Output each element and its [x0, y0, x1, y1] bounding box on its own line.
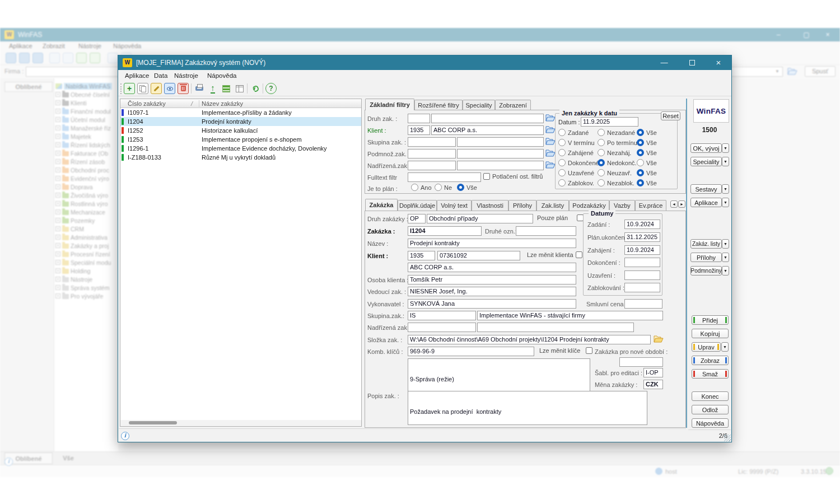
aplikace-button[interactable]: Aplikace [690, 198, 722, 207]
popis-zak-textarea[interactable]: Požadavek na prodejní kontrakty - zadání… [408, 391, 647, 425]
konec-button[interactable]: Konec [692, 391, 729, 401]
reset-button[interactable]: Reset [661, 111, 680, 120]
sabl-editaci-input[interactable]: I-OP [643, 368, 663, 377]
radio-uzavrene-vse[interactable]: Vše [637, 169, 657, 176]
ok-vyvoj-dropdown-icon[interactable]: ▼ [722, 143, 729, 153]
dokonceni-input[interactable] [624, 258, 660, 267]
radio-icon-selected[interactable] [637, 139, 644, 146]
tab-prilohy[interactable]: Přílohy [508, 200, 536, 211]
vedouci-input[interactable]: NIESNER Josef, Ing. [408, 287, 576, 296]
zakaz-listy-dropdown-icon[interactable]: ▼ [722, 239, 729, 249]
zablokovani-input[interactable] [624, 283, 660, 292]
nove-obdobi-input[interactable] [619, 357, 663, 367]
uprav-dropdown-icon[interactable]: ▼ [721, 342, 729, 352]
klient-name-filter-input[interactable]: ABC CORP a.s. [431, 125, 544, 135]
skupina-zak-code-input[interactable]: IS [408, 311, 476, 320]
radio-icon[interactable] [598, 139, 605, 146]
menu-data[interactable]: Data [154, 72, 167, 79]
fulltext-filter-input[interactable] [408, 172, 481, 182]
prilohy-dropdown-icon[interactable]: ▼ [722, 253, 729, 262]
delete-icon[interactable] [178, 83, 189, 94]
tab-scroll-right-icon[interactable]: ► [678, 200, 685, 208]
radio-icon-selected[interactable] [637, 149, 644, 156]
radio-icon[interactable] [598, 179, 605, 186]
checkbox-icon[interactable] [576, 251, 582, 258]
tab-volny-text[interactable]: Volný text [437, 200, 472, 211]
klient-ic-input[interactable]: 07361092 [437, 251, 520, 260]
columns-icon[interactable] [234, 83, 245, 94]
radio-icon[interactable] [558, 179, 566, 186]
menu-aplikace[interactable]: Aplikace [125, 72, 149, 79]
druh-zakazky-name-input[interactable]: Obchodní případy [427, 214, 533, 223]
folder-open-icon[interactable] [545, 114, 556, 122]
tab-ev-prace[interactable]: Ev.práce [635, 200, 666, 211]
close-button[interactable]: × [707, 55, 730, 70]
refresh-icon[interactable] [250, 83, 261, 94]
radio-zablokov[interactable]: Zablokov. [558, 179, 594, 186]
speciality-button[interactable]: Speciality [690, 157, 722, 166]
plan-ukonceni-input[interactable]: 31.12.2025 [624, 232, 660, 242]
mena-zakazky-input[interactable]: CZK [643, 380, 663, 389]
tab-rozsirene-filtry[interactable]: Rozšířené filtry [414, 100, 463, 110]
radio-icon[interactable] [558, 159, 566, 166]
skupina-zak-name-input[interactable]: Implementace WinFAS - stávající firmy [477, 311, 663, 320]
zahajeni-input[interactable]: 10.9.2024 [624, 245, 660, 255]
napoveda-button[interactable]: Nápověda [692, 418, 729, 428]
radio-terminu-vse[interactable]: Vše [637, 139, 657, 146]
radio-icon[interactable] [598, 149, 605, 156]
radio-dokoncene[interactable]: Dokončené [558, 159, 599, 166]
speciality-dropdown-icon[interactable]: ▼ [722, 157, 729, 166]
radio-icon-selected[interactable] [457, 184, 464, 191]
radio-icon-selected[interactable] [637, 169, 644, 176]
menu-nastroje[interactable]: Nástroje [174, 72, 198, 79]
radio-icon[interactable] [558, 139, 566, 146]
folder-open-icon[interactable] [545, 161, 556, 169]
radio-plan-ano[interactable]: Ano [411, 184, 432, 191]
menu-napoveda[interactable]: Nápověda [207, 72, 236, 79]
toolbar-grip[interactable] [120, 83, 122, 94]
help-icon[interactable] [265, 83, 277, 94]
radio-nezahaj[interactable]: Nezaháj. [598, 149, 631, 156]
slozka-zak-input[interactable]: W:\A6 Obchodní činnost\A69 Obchodní proj… [408, 335, 651, 344]
view-icon[interactable] [164, 83, 175, 94]
sestavy-button[interactable]: Sestavy [690, 184, 722, 194]
order-row[interactable]: I1296-1 Implementace Evidence docházky, … [120, 144, 361, 153]
info-icon[interactable]: i [121, 432, 129, 440]
druhe-ozn-input[interactable] [516, 226, 576, 236]
radio-nedokonc[interactable]: Nedokonč. [598, 159, 637, 166]
order-row-selected[interactable]: I1204 Prodejní kontrakty [120, 117, 361, 126]
podmnoziny-dropdown-icon[interactable]: ▼ [722, 266, 729, 276]
podmnoz-name-filter-input[interactable] [457, 149, 544, 158]
nadrizena-zak-name-input[interactable] [477, 323, 634, 332]
odloz-button[interactable]: Odlož [692, 405, 729, 414]
kopiruj-button[interactable]: Kopíruj [692, 329, 729, 338]
radio-icon[interactable] [558, 149, 566, 156]
sestavy-dropdown-icon[interactable]: ▼ [722, 184, 729, 194]
order-row[interactable]: I1252 Historizace kalkulací [120, 126, 361, 135]
nadrizena-code-filter-input[interactable] [408, 161, 456, 170]
tab-podzakazky[interactable]: Podzakázky [569, 200, 609, 211]
maximize-button[interactable] [681, 55, 703, 70]
radio-icon-selected[interactable] [637, 179, 644, 186]
radio-po-terminu[interactable]: Po termínu [598, 139, 637, 146]
edit-icon[interactable] [151, 83, 162, 94]
radio-icon[interactable] [598, 169, 605, 176]
copy-icon[interactable] [137, 83, 148, 94]
order-row[interactable]: I-Z188-0133 Různé Mj u vykrytí dokladů [120, 153, 361, 162]
druh-zak-name-filter-input[interactable] [431, 114, 544, 123]
resize-grip[interactable] [724, 435, 731, 441]
nadrizena-name-filter-input[interactable] [457, 161, 544, 170]
radio-zahajene[interactable]: Zahájené [558, 149, 594, 156]
ok-vyvoj-button[interactable]: OK, vývoj [690, 143, 722, 153]
nazev-input[interactable]: Prodejní kontrakty [408, 239, 576, 248]
folder-open-icon[interactable] [545, 137, 556, 145]
tab-zakazka[interactable]: Zakázka [365, 199, 398, 211]
minimize-button[interactable]: — [653, 55, 675, 70]
tab-speciality[interactable]: Speciality [463, 100, 495, 110]
print-icon[interactable] [194, 83, 205, 94]
prilohy-button[interactable]: Přílohy [690, 253, 722, 262]
potlaceni-checkbox[interactable]: Potlačení ost. filtrů [483, 173, 543, 180]
radio-nezadane[interactable]: Nezadané [598, 129, 635, 136]
uzavreni-input[interactable] [624, 270, 660, 280]
skupina-name-filter-input[interactable] [457, 137, 544, 147]
